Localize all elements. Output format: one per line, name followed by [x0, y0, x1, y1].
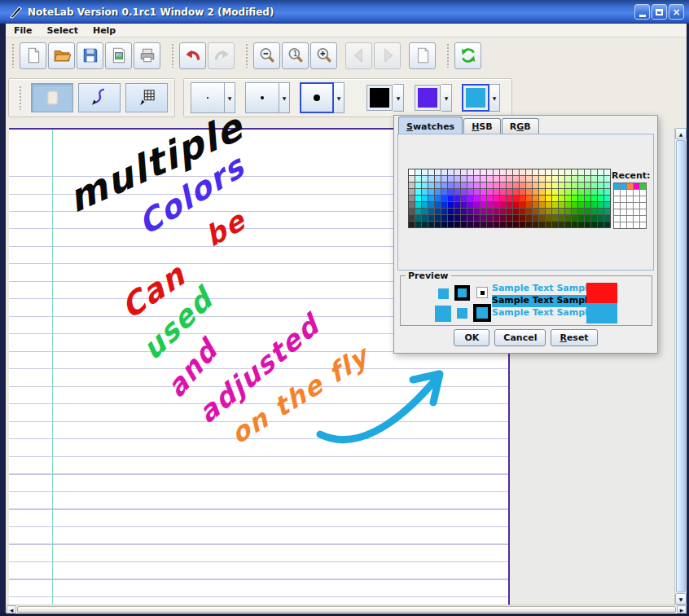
palette-swatch[interactable] — [494, 215, 499, 221]
palette-swatch[interactable] — [428, 169, 434, 175]
print-button[interactable] — [134, 42, 160, 69]
palette-swatch[interactable] — [598, 202, 603, 208]
palette-swatch[interactable] — [572, 176, 577, 182]
palette-swatch[interactable] — [435, 176, 441, 182]
palette-swatch[interactable] — [467, 169, 473, 175]
recent-swatch[interactable] — [621, 190, 626, 196]
palette-swatch[interactable] — [448, 189, 454, 195]
recent-swatch[interactable] — [627, 196, 633, 202]
scroll-up-button[interactable]: ▲ — [675, 128, 687, 139]
palette-swatch[interactable] — [578, 169, 584, 175]
palette-swatch[interactable] — [487, 196, 493, 201]
tab-rgb[interactable]: RGB — [502, 118, 539, 134]
recent-swatch[interactable] — [621, 222, 626, 228]
palette-swatch[interactable] — [539, 169, 545, 175]
palette-swatch[interactable] — [552, 196, 558, 201]
palette-swatch[interactable] — [454, 169, 460, 175]
palette-swatch[interactable] — [467, 183, 473, 188]
palette-swatch[interactable] — [546, 202, 551, 208]
palette-swatch[interactable] — [559, 176, 564, 182]
palette-swatch[interactable] — [513, 202, 519, 208]
palette-swatch[interactable] — [520, 169, 525, 175]
refresh-button[interactable] — [454, 42, 481, 69]
palette-swatch[interactable] — [409, 215, 415, 221]
scroll-down-button[interactable]: ▼ — [675, 593, 687, 605]
palette-swatch[interactable] — [533, 215, 538, 221]
palette-swatch[interactable] — [428, 202, 434, 208]
palette-swatch[interactable] — [507, 169, 512, 175]
palette-swatch[interactable] — [481, 189, 486, 195]
vertical-scrollbar[interactable]: ▲ ▼ — [674, 128, 687, 605]
palette-swatch[interactable] — [578, 215, 584, 221]
palette-swatch[interactable] — [415, 209, 421, 214]
palette-swatch[interactable] — [454, 202, 460, 208]
recent-swatch[interactable] — [627, 183, 633, 189]
menu-help[interactable]: Help — [93, 25, 116, 36]
palette-swatch[interactable] — [572, 169, 577, 175]
palette-swatch[interactable] — [578, 209, 584, 214]
palette-swatch[interactable] — [441, 169, 447, 175]
palette-swatch[interactable] — [507, 215, 512, 221]
palette-swatch[interactable] — [513, 222, 519, 227]
recent-swatch[interactable] — [621, 216, 626, 222]
palette-swatch[interactable] — [409, 222, 415, 227]
palette-swatch[interactable] — [546, 176, 551, 182]
palette-swatch[interactable] — [539, 189, 545, 195]
palette-swatch[interactable] — [474, 202, 480, 208]
palette-swatch[interactable] — [441, 222, 447, 227]
toolbar-grip[interactable] — [11, 43, 15, 68]
palette-swatch[interactable] — [428, 222, 434, 227]
zoom-out-button[interactable] — [253, 42, 280, 69]
palette-swatch[interactable] — [487, 176, 493, 182]
palette-swatch[interactable] — [591, 215, 597, 221]
recent-swatch[interactable] — [634, 209, 639, 215]
palette-swatch[interactable] — [422, 176, 428, 182]
palette-swatch[interactable] — [591, 183, 597, 188]
palette-swatch[interactable] — [494, 209, 499, 214]
palette-swatch[interactable] — [415, 202, 421, 208]
palette-swatch[interactable] — [526, 169, 532, 175]
palette-swatch[interactable] — [422, 196, 428, 201]
palette-swatch[interactable] — [428, 209, 434, 214]
palette-swatch[interactable] — [526, 196, 532, 201]
palette-swatch[interactable] — [591, 176, 597, 182]
palette-swatch[interactable] — [494, 196, 499, 201]
palette-swatch[interactable] — [604, 176, 610, 182]
recent-swatch[interactable] — [621, 209, 626, 215]
palette-swatch[interactable] — [526, 183, 532, 188]
palette-swatch[interactable] — [415, 176, 421, 182]
palette-swatch[interactable] — [552, 215, 558, 221]
palette-swatch[interactable] — [533, 209, 538, 214]
palette-swatch[interactable] — [428, 215, 434, 221]
palette-swatch[interactable] — [539, 215, 545, 221]
select-region-tool-button[interactable] — [31, 83, 73, 112]
palette-swatch[interactable] — [572, 215, 577, 221]
palette-swatch[interactable] — [487, 183, 493, 188]
recent-swatch[interactable] — [640, 203, 646, 209]
palette-swatch[interactable] — [520, 202, 525, 208]
palette-swatch[interactable] — [578, 202, 584, 208]
palette-swatch[interactable] — [494, 176, 499, 182]
palette-swatch[interactable] — [546, 196, 551, 201]
menu-select[interactable]: Select — [47, 25, 78, 36]
palette-swatch[interactable] — [520, 183, 525, 188]
palette-swatch[interactable] — [526, 189, 532, 195]
palette-swatch[interactable] — [520, 209, 525, 214]
palette-swatch[interactable] — [500, 189, 506, 195]
palette-swatch[interactable] — [461, 202, 467, 208]
palette-swatch[interactable] — [435, 215, 441, 221]
palette-swatch[interactable] — [409, 176, 415, 182]
zoom-100-button[interactable]: 1 — [282, 42, 309, 69]
palette-swatch[interactable] — [422, 209, 428, 214]
pen-color-3-button[interactable] — [463, 86, 488, 110]
palette-swatch[interactable] — [604, 202, 610, 208]
palette-swatch[interactable] — [487, 215, 493, 221]
palette-swatch[interactable] — [565, 202, 571, 208]
palette-swatch[interactable] — [507, 183, 512, 188]
palette-swatch[interactable] — [604, 222, 610, 227]
palette-swatch[interactable] — [552, 169, 558, 175]
palette-swatch[interactable] — [422, 189, 428, 195]
scroll-left-button[interactable]: ◀ — [7, 605, 16, 614]
palette-swatch[interactable] — [591, 202, 597, 208]
palette-swatch[interactable] — [546, 189, 551, 195]
